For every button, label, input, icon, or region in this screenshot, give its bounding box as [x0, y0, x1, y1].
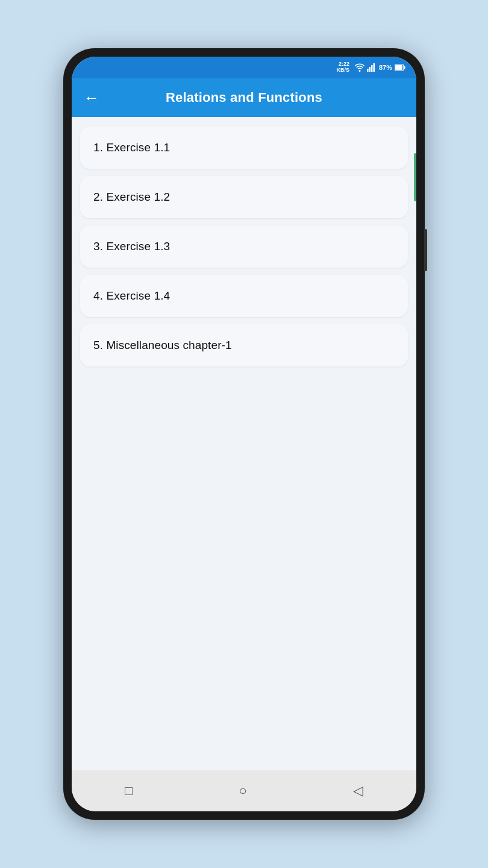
battery-icon — [395, 64, 405, 71]
list-item[interactable]: 5. Miscellaneous chapter-1 — [80, 324, 408, 366]
list-item[interactable]: 2. Exercise 1.2 — [80, 176, 408, 218]
svg-rect-3 — [373, 63, 375, 72]
recent-apps-button[interactable]: □ — [113, 777, 145, 805]
signal-icon — [367, 63, 375, 72]
status-icons: 2:22KB/S 87% — [336, 61, 405, 74]
battery-text: 87% — [379, 64, 392, 71]
list-item-label: 1. Exercise 1.1 — [93, 141, 170, 154]
content-area: 1. Exercise 1.1 2. Exercise 1.2 3. Exerc… — [72, 117, 416, 770]
svg-rect-1 — [369, 67, 371, 72]
list-item-label: 2. Exercise 1.2 — [93, 190, 170, 203]
scroll-indicator — [414, 153, 416, 201]
wifi-icon — [355, 63, 364, 72]
list-item-label: 3. Exercise 1.3 — [93, 240, 170, 253]
list-item[interactable]: 4. Exercise 1.4 — [80, 275, 408, 317]
status-bar: 2:22KB/S 87% — [72, 57, 416, 78]
list-item[interactable]: 3. Exercise 1.3 — [80, 225, 408, 268]
svg-rect-0 — [367, 69, 369, 72]
svg-rect-5 — [404, 66, 405, 69]
back-button[interactable]: ← — [84, 90, 99, 105]
nav-bar: □ ○ ◁ — [72, 770, 416, 811]
svg-rect-6 — [395, 65, 402, 70]
svg-rect-2 — [371, 65, 373, 72]
list-item[interactable]: 1. Exercise 1.1 — [80, 127, 408, 169]
back-nav-button[interactable]: ◁ — [341, 777, 375, 805]
phone-screen: 2:22KB/S 87% — [72, 57, 416, 811]
home-button[interactable]: ○ — [227, 777, 258, 805]
status-time: 2:22KB/S — [336, 61, 349, 74]
page-title: Relations and Functions — [109, 90, 379, 105]
phone-frame: 2:22KB/S 87% — [63, 48, 425, 820]
side-button — [424, 229, 427, 271]
app-bar: ← Relations and Functions — [72, 78, 416, 117]
list-item-label: 4. Exercise 1.4 — [93, 289, 170, 302]
list-item-label: 5. Miscellaneous chapter-1 — [93, 339, 232, 351]
